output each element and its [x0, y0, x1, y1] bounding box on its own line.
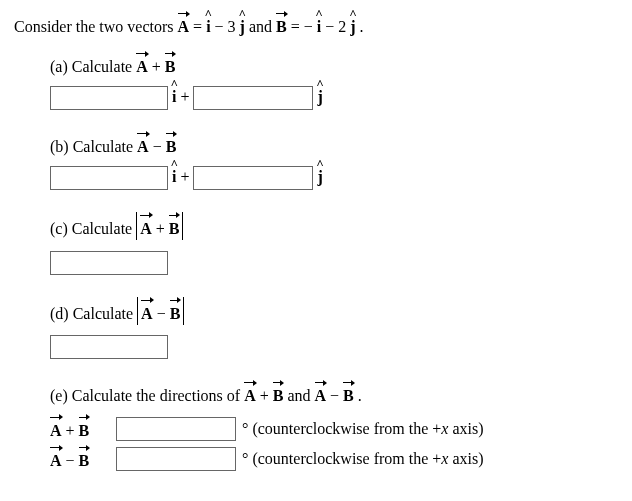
- i-hat: i: [172, 163, 176, 188]
- part-b-j-input[interactable]: [193, 166, 313, 190]
- vector-A: A: [136, 52, 148, 78]
- vector-A: A: [141, 299, 153, 325]
- vector-B: B: [79, 446, 90, 472]
- part-c: (c) Calculate A + B: [50, 212, 618, 275]
- part-a: (a) Calculate A + B i + j: [50, 52, 618, 110]
- part-d-label: (d) Calculate A − B: [50, 297, 618, 325]
- part-e-plus-input[interactable]: [116, 417, 236, 441]
- j-hat: j: [350, 13, 355, 38]
- i-hat: i: [172, 83, 176, 108]
- part-a-i-input[interactable]: [50, 86, 168, 110]
- part-e-row-plus: A + B ° (counterclockwise from the +x ax…: [50, 416, 618, 442]
- j-hat: j: [317, 83, 322, 108]
- part-e: (e) Calculate the directions of A + B an…: [50, 381, 618, 472]
- j-hat: j: [240, 13, 245, 38]
- prompt-intro: Consider the two vectors: [14, 18, 178, 35]
- vector-B: B: [276, 12, 287, 38]
- part-d-input[interactable]: [50, 335, 168, 359]
- vector-B: B: [273, 381, 284, 407]
- part-a-label: (a) Calculate A + B: [50, 52, 618, 78]
- vector-B: B: [170, 299, 181, 325]
- vector-A: A: [50, 416, 62, 442]
- vector-A: A: [178, 12, 190, 38]
- unit-degree: ° (counterclockwise from the +x axis): [242, 418, 484, 440]
- part-e-minus-input[interactable]: [116, 447, 236, 471]
- part-b: (b) Calculate A − B i + j: [50, 132, 618, 190]
- vector-A: A: [50, 446, 62, 472]
- part-e-label: (e) Calculate the directions of A + B an…: [50, 381, 618, 407]
- vector-A: A: [140, 214, 152, 240]
- part-b-label: (b) Calculate A − B: [50, 132, 618, 158]
- vector-B: B: [343, 381, 354, 407]
- vector-A: A: [244, 381, 256, 407]
- part-c-label: (c) Calculate A + B: [50, 212, 618, 240]
- vector-B: B: [169, 214, 180, 240]
- magnitude-a-plus-b: A + B: [136, 212, 183, 240]
- i-hat: i: [206, 13, 210, 38]
- row-lhs: A − B: [50, 446, 110, 472]
- part-c-input[interactable]: [50, 251, 168, 275]
- row-lhs: A + B: [50, 416, 110, 442]
- vector-A: A: [137, 132, 149, 158]
- j-hat: j: [317, 163, 322, 188]
- vector-B: B: [79, 416, 90, 442]
- part-a-j-input[interactable]: [193, 86, 313, 110]
- part-e-row-minus: A − B ° (counterclockwise from the +x ax…: [50, 446, 618, 472]
- unit-degree: ° (counterclockwise from the +x axis): [242, 448, 484, 470]
- vector-A: A: [315, 381, 327, 407]
- i-hat: i: [317, 13, 321, 38]
- magnitude-a-minus-b: A − B: [137, 297, 184, 325]
- part-b-i-input[interactable]: [50, 166, 168, 190]
- prompt-line: Consider the two vectors A = i − 3 j and…: [14, 12, 618, 38]
- part-d: (d) Calculate A − B: [50, 297, 618, 360]
